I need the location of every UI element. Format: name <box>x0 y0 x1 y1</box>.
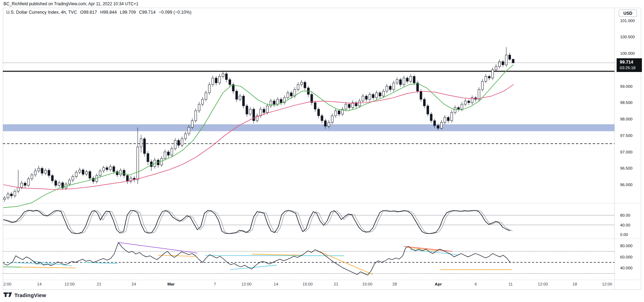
svg-text:99.000: 99.000 <box>620 84 632 88</box>
svg-text:15:00: 15:00 <box>303 282 313 286</box>
price-axis: 101.000100.500100.00099.50099.00098.5009… <box>620 19 635 187</box>
symbol-legend[interactable]: U.S. Dollar Currency Index, 4h, TVCO99.8… <box>6 10 195 15</box>
svg-text:14: 14 <box>37 282 42 286</box>
svg-text:98.000: 98.000 <box>620 117 632 121</box>
ohlc-high: H99.844 <box>100 10 117 15</box>
svg-text:97.500: 97.500 <box>620 133 632 138</box>
pane-separators <box>3 8 641 290</box>
published-chart-page: BC_Richfield published on TradingView.co… <box>0 0 644 302</box>
last-price-tag: 99.714 03:25:18 <box>617 58 642 72</box>
svg-text:Mar: Mar <box>167 282 175 286</box>
svg-text:7: 7 <box>214 282 216 286</box>
svg-text:80.00: 80.00 <box>620 213 630 217</box>
svg-text:14: 14 <box>274 282 278 286</box>
main-price-pane <box>3 71 615 144</box>
svg-text:Apr: Apr <box>435 282 442 286</box>
symbol-title: U.S. Dollar Currency Index, 4h, TVC <box>6 10 77 15</box>
ohlc-change: −0.099 (−0.10%) <box>159 10 191 15</box>
svg-text:0.00: 0.00 <box>620 232 628 237</box>
ema-fast-line <box>4 65 513 208</box>
svg-text:98.500: 98.500 <box>620 100 632 105</box>
support-zone <box>3 124 615 131</box>
rsi-pane: 80.00060.00040.000 <box>3 244 632 274</box>
svg-text:40.000: 40.000 <box>620 266 632 270</box>
rsi-trendlines <box>3 243 512 275</box>
svg-text:18: 18 <box>573 282 577 286</box>
svg-text:12:00: 12:00 <box>602 282 612 286</box>
bar-countdown: 03:25:18 <box>620 65 642 71</box>
currency-toggle-button[interactable]: USD <box>619 9 637 17</box>
tradingview-logo[interactable]: TradingView <box>4 292 46 298</box>
rsi-line <box>4 243 510 275</box>
svg-text:12:00: 12:00 <box>538 282 548 286</box>
ohlc-close: C99.714 <box>139 10 156 15</box>
svg-text:96.500: 96.500 <box>620 166 632 170</box>
svg-text:80.000: 80.000 <box>620 244 632 248</box>
svg-text:60.000: 60.000 <box>620 255 632 259</box>
publish-credit: BC_Richfield published on TradingView.co… <box>4 1 138 6</box>
svg-text:15:00: 15:00 <box>362 282 373 286</box>
svg-text:97.000: 97.000 <box>620 150 632 154</box>
svg-text:24: 24 <box>132 282 136 286</box>
svg-text:11: 11 <box>508 282 513 286</box>
svg-text:100.000: 100.000 <box>620 51 635 55</box>
svg-text:6: 6 <box>475 282 477 286</box>
svg-text:96.000: 96.000 <box>620 183 632 187</box>
svg-text:40.00: 40.00 <box>620 223 630 227</box>
stochastic-pane: 80.0040.000.00 <box>3 210 630 237</box>
svg-text:21: 21 <box>334 282 339 286</box>
last-price-value: 99.714 <box>620 59 642 65</box>
svg-text:100.500: 100.500 <box>620 35 635 39</box>
svg-text:12:00: 12:00 <box>242 282 252 286</box>
svg-text:21: 21 <box>97 282 101 286</box>
ohlc-low: L99.709 <box>120 10 136 15</box>
svg-text:101.000: 101.000 <box>620 19 635 23</box>
svg-text:28: 28 <box>393 282 397 286</box>
time-axis: 12:001412:002124Mar712:001415:002115:002… <box>3 282 612 286</box>
svg-text:12:00: 12:00 <box>65 282 75 286</box>
chart-canvas[interactable]: 101.000100.500100.00099.50099.00098.5009… <box>3 8 641 290</box>
tradingview-logo-icon <box>4 292 12 298</box>
tradingview-logo-text: TradingView <box>14 292 46 298</box>
ohlc-open: O99.817 <box>80 10 97 15</box>
svg-text:12:00: 12:00 <box>3 282 11 286</box>
